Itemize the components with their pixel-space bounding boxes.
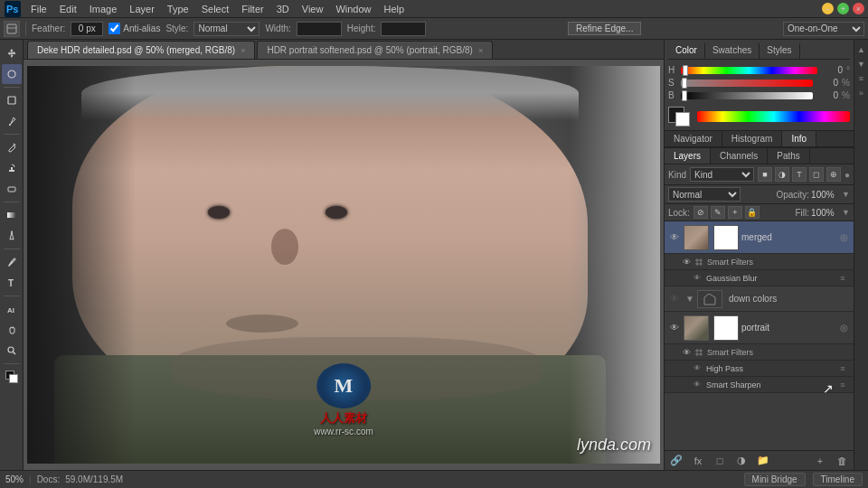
fill-arrow[interactable]: ▼ <box>842 208 850 217</box>
tool-dodge[interactable] <box>2 226 22 246</box>
height-input[interactable] <box>381 22 426 36</box>
merged-smart-filters-row[interactable]: 👁 Smart Filters <box>665 254 854 270</box>
menu-window[interactable]: Window <box>330 3 376 15</box>
filter-shape-icon[interactable]: ◻ <box>809 167 824 182</box>
menu-filter[interactable]: Filter <box>236 3 269 15</box>
tab-info[interactable]: Info <box>782 131 816 146</box>
panel-nav-up[interactable]: ▲ <box>855 43 868 56</box>
width-input[interactable] <box>297 22 342 36</box>
filter-pixel-icon[interactable]: ■ <box>758 167 772 182</box>
menu-file[interactable]: File <box>25 3 52 15</box>
panel-menu[interactable]: ≡ <box>855 72 868 85</box>
layer-down-colors[interactable]: 👁 ▼ down colors <box>665 286 854 312</box>
tool-move[interactable] <box>2 43 22 63</box>
gaussian-blur-eye[interactable]: 👁 <box>693 274 703 283</box>
tab-deke-hdr-close[interactable]: × <box>241 46 245 55</box>
lock-transparent-icon[interactable]: ⊘ <box>693 206 708 219</box>
portrait-smart-filters-row[interactable]: 👁 Smart Filters <box>665 344 854 361</box>
layer-mask-button[interactable]: □ <box>712 454 728 468</box>
tab-paths[interactable]: Paths <box>768 148 810 164</box>
lock-paint-icon[interactable]: ✎ <box>711 206 725 219</box>
refine-edge-button[interactable]: Refine Edge... <box>568 22 641 35</box>
tool-ai[interactable]: AI <box>2 299 22 319</box>
group-arrow-icon[interactable]: ▼ <box>685 294 694 304</box>
layer-link-button[interactable]: 🔗 <box>668 454 684 468</box>
layer-merged-visibility[interactable]: 👁 <box>668 231 681 244</box>
tool-lasso[interactable] <box>2 64 22 84</box>
layer-adjustment-button[interactable]: ◑ <box>733 454 750 468</box>
fg-bg-colors[interactable] <box>668 107 693 127</box>
layer-portrait-visibility[interactable]: 👁 <box>668 322 681 334</box>
layer-new-button[interactable]: + <box>812 454 828 468</box>
lock-position-icon[interactable]: + <box>728 206 742 219</box>
minimize-button[interactable]: – <box>822 3 834 14</box>
tool-eyedropper[interactable] <box>2 111 22 131</box>
tab-channels[interactable]: Channels <box>711 148 768 164</box>
tool-crop[interactable] <box>2 90 22 110</box>
tab-navigator[interactable]: Navigator <box>665 131 722 146</box>
maximize-button[interactable]: + <box>837 3 849 14</box>
high-pass-row[interactable]: 👁 High Pass ≡ <box>665 361 854 377</box>
background-color[interactable] <box>675 112 690 127</box>
high-pass-settings-icon[interactable]: ≡ <box>837 363 848 374</box>
filter-adjust-icon[interactable]: ◑ <box>775 167 789 182</box>
layer-merged[interactable]: 👁 merged ◎ <box>665 221 854 254</box>
tab-portrait[interactable]: HDR portrait softened.psd @ 50% (portrai… <box>257 41 493 59</box>
menu-view[interactable]: View <box>297 3 329 15</box>
menu-3d[interactable]: 3D <box>271 3 295 15</box>
sat-track[interactable] <box>681 80 813 87</box>
menu-edit[interactable]: Edit <box>54 3 82 15</box>
style-select[interactable]: Normal Fixed Ratio Fixed Size <box>193 22 259 36</box>
kind-select[interactable]: Kind <box>690 167 754 182</box>
tab-histogram[interactable]: Histogram <box>722 131 783 146</box>
layer-portrait[interactable]: 👁 portrait ◎ <box>665 312 854 344</box>
smart-filters-eye[interactable]: 👁 <box>683 258 691 267</box>
gaussian-blur-settings-icon[interactable]: ≡ <box>837 273 848 284</box>
tool-zoom[interactable] <box>2 341 22 361</box>
tab-swatches[interactable]: Swatches <box>705 43 760 59</box>
tool-hand[interactable] <box>2 320 22 340</box>
layer-down-colors-visibility[interactable]: 👁 <box>668 293 681 305</box>
menu-type[interactable]: Type <box>162 3 194 15</box>
mini-bridge-tab[interactable]: Mini Bridge <box>744 473 806 486</box>
tool-pen[interactable] <box>2 252 22 272</box>
tab-color[interactable]: Color <box>668 43 705 59</box>
antialias-checkbox[interactable] <box>108 23 120 34</box>
bri-track[interactable] <box>681 92 813 99</box>
layer-group-button[interactable]: 📁 <box>755 454 771 468</box>
panel-expand[interactable]: » <box>855 87 868 99</box>
tab-styles[interactable]: Styles <box>760 43 799 59</box>
feather-input[interactable] <box>71 22 103 36</box>
tool-text[interactable]: T <box>2 273 22 293</box>
mode-select[interactable]: One-on-One <box>783 22 864 36</box>
tool-gradient[interactable] <box>2 205 22 225</box>
filter-smart-icon[interactable]: ⊕ <box>826 167 841 182</box>
smart-sharpen-eye[interactable]: 👁 <box>693 380 703 389</box>
tab-portrait-close[interactable]: × <box>478 46 483 55</box>
tool-eraser[interactable] <box>2 179 22 199</box>
high-pass-eye[interactable]: 👁 <box>693 364 703 373</box>
portrait-smart-filters-eye[interactable]: 👁 <box>683 348 691 357</box>
smart-sharpen-settings-icon[interactable]: ≡ <box>837 380 848 390</box>
layer-effects-button[interactable]: fx <box>690 454 706 468</box>
tab-deke-hdr[interactable]: Deke HDR detailed.psd @ 50% (merged, RGB… <box>27 41 255 59</box>
tool-stamp[interactable] <box>2 158 22 178</box>
close-button[interactable]: × <box>853 3 864 14</box>
filter-type-icon[interactable]: T <box>792 167 807 182</box>
lock-all-icon[interactable]: 🔒 <box>745 206 760 219</box>
timeline-tab[interactable]: Timeline <box>813 473 863 486</box>
menu-select[interactable]: Select <box>196 3 235 15</box>
menu-image[interactable]: Image <box>84 3 123 15</box>
tool-brush[interactable] <box>2 137 22 157</box>
blend-mode-select[interactable]: Normal Multiply Screen Overlay <box>668 187 741 202</box>
gaussian-blur-row[interactable]: 👁 Gaussian Blur ≡ <box>665 270 854 286</box>
hue-track[interactable] <box>681 67 817 74</box>
menu-layer[interactable]: Layer <box>124 3 160 15</box>
color-spectrum[interactable] <box>697 111 850 122</box>
tab-layers[interactable]: Layers <box>665 148 711 164</box>
opacity-arrow[interactable]: ▼ <box>842 190 850 199</box>
layer-delete-button[interactable]: 🗑 <box>834 454 850 468</box>
smart-sharpen-row[interactable]: 👁 Smart Sharpen ≡ ↗ <box>665 377 854 393</box>
tool-foreground-bg[interactable] <box>2 367 22 387</box>
panel-nav-down[interactable]: ▼ <box>855 58 868 70</box>
